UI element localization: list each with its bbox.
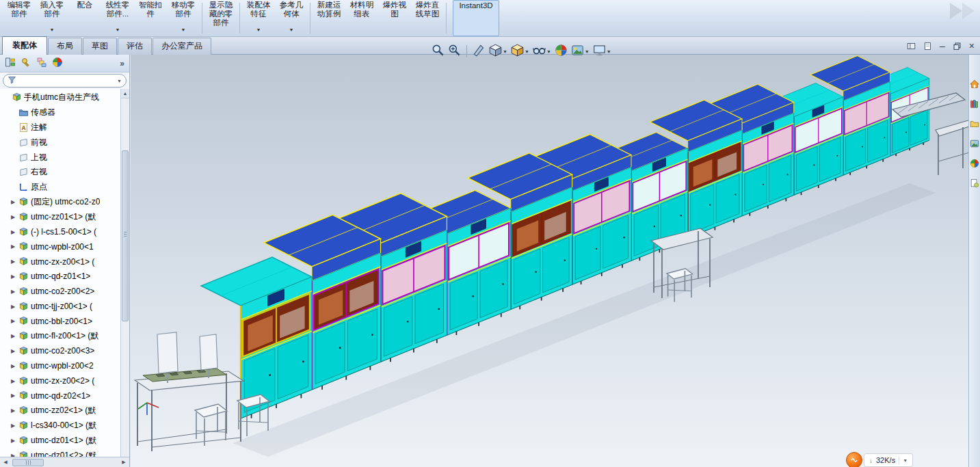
cmd-button[interactable]: 爆炸直线草图 [411, 0, 444, 36]
tree-item[interactable]: ▶ (-) l-cs1.5-00<1> ( [0, 224, 129, 239]
tree-item[interactable]: ▶ utmc-zx-z00<2> ( [0, 373, 129, 388]
hud-dropdown-icon[interactable]: ▼ [525, 49, 529, 54]
hud-section-view[interactable] [472, 42, 486, 61]
tree-item[interactable]: ▶ utmc-qd-z02<1> [0, 388, 129, 403]
hud-zoom-area[interactable] [447, 42, 462, 61]
scrollbar-thumb[interactable] [122, 150, 129, 321]
tree-item[interactable]: ▶ utmc-dz01<2> (默 [0, 448, 129, 457]
tree-item[interactable]: ▶ utmc-fl-z00<1> (默 [0, 329, 129, 344]
tree-expander-icon[interactable]: ▶ [10, 453, 16, 457]
cmd-button[interactable]: 移动零部件 ▼ [167, 0, 200, 36]
tree-item[interactable]: ▶ utmc-tjj-z00<1> ( [0, 299, 129, 314]
hud-hide-show-items[interactable]: ▼ [532, 42, 552, 61]
hud-dropdown-icon[interactable]: ▼ [503, 49, 507, 54]
tree-expander-icon[interactable]: ▶ [10, 438, 16, 444]
cmd-button[interactable]: 配合 [68, 0, 101, 36]
cmd-button[interactable]: 插入零部件 ▼ [36, 0, 68, 36]
cmd-button[interactable]: 显示隐藏的零部件 [204, 0, 237, 36]
tree-item[interactable]: ▶ utmc-co2-z00<3> [0, 344, 129, 359]
hud-dropdown-icon[interactable]: ▼ [607, 49, 611, 54]
tree-item[interactable]: ▶ 前视 [0, 135, 129, 150]
tree-expander-icon[interactable]: ▶ [10, 304, 16, 310]
tree-expander-icon[interactable]: ▶ [10, 378, 16, 384]
doc-tab[interactable]: 评估 [118, 38, 152, 55]
tree-expander-icon[interactable]: ▶ [10, 214, 16, 220]
tree-item[interactable]: ▶ 传感器 [0, 105, 129, 120]
scroll-up-icon[interactable]: ▲ [121, 89, 129, 98]
close-button[interactable]: × [969, 41, 975, 51]
panel-overflow-icon[interactable]: » [120, 59, 124, 68]
cmd-dropdown-icon[interactable]: ▼ [50, 25, 55, 36]
hud-view-orientation[interactable]: ▼ [488, 42, 508, 61]
propertymanager-tab-icon[interactable] [21, 57, 31, 70]
3d-assembly-view[interactable] [131, 55, 980, 467]
taskpane-design-library-icon[interactable] [970, 99, 979, 111]
hud-dropdown-icon[interactable]: ▼ [546, 49, 551, 54]
tree-item[interactable]: ▶ 原点 [0, 180, 129, 195]
cmd-button[interactable]: Instant3D [453, 0, 499, 36]
tree-item[interactable]: ▶ l-cs340-00<1> (默 [0, 418, 129, 433]
cmd-dropdown-icon[interactable]: ▼ [181, 25, 186, 36]
taskpane-file-explorer-icon[interactable] [970, 119, 979, 131]
cmd-dropdown-icon[interactable]: ▼ [116, 25, 120, 36]
tree-horizontal-scrollbar[interactable]: ◀ ▶ [0, 457, 129, 467]
doc-tab[interactable]: 装配体 [2, 36, 47, 55]
tree-expander-icon[interactable]: ▶ [10, 423, 16, 429]
cmd-dropdown-icon[interactable]: ▼ [289, 25, 294, 36]
tree-expander-icon[interactable]: ▶ [10, 392, 16, 399]
cmd-dropdown-icon[interactable]: ▼ [256, 25, 261, 36]
tree-item[interactable]: ▶ utmc-wpbl-z00<2 [0, 358, 129, 373]
tree-expander-icon[interactable]: ▶ [10, 258, 16, 265]
appearances-tab-icon[interactable] [52, 57, 63, 70]
hscrollbar-thumb[interactable] [12, 459, 44, 466]
tree-item[interactable]: ▶ 右视 [0, 165, 129, 180]
hud-apply-scene[interactable]: ▼ [570, 42, 590, 61]
tree-item[interactable]: ▶ 上视 [0, 150, 129, 165]
tree-filter-input[interactable]: ▼ [3, 74, 127, 88]
cmd-button[interactable]: 智能扣件 [134, 0, 167, 36]
hud-view-settings[interactable]: ▼ [592, 42, 612, 61]
tree-vertical-scrollbar[interactable]: ▲ [120, 89, 129, 457]
tree-expander-icon[interactable]: ▶ [10, 348, 16, 354]
filter-dropdown-icon[interactable]: ▼ [117, 79, 122, 83]
tree-expander-icon[interactable]: ▶ [10, 229, 16, 235]
cmd-button[interactable]: 编辑零部件 [3, 0, 36, 36]
tree-item[interactable]: ▶ utmc-qd-z01<1> [0, 269, 129, 284]
cmd-button[interactable]: 爆炸视图 [378, 0, 411, 36]
tree-expander-icon[interactable]: ▶ [10, 318, 16, 324]
doc-tab[interactable]: 办公室产品 [153, 38, 211, 55]
tree-item[interactable]: ▶ utmc-zz02<1> (默 [0, 403, 129, 418]
hud-edit-appearance[interactable] [554, 42, 568, 61]
hud-zoom-fit[interactable] [431, 42, 445, 61]
tree-expander-icon[interactable]: ▶ [10, 363, 16, 369]
taskpane-resources-icon[interactable] [970, 79, 979, 92]
graphics-area[interactable] [131, 55, 980, 467]
minimize-button[interactable]: – [940, 41, 945, 51]
sheet-button[interactable] [923, 42, 932, 51]
scroll-left-icon[interactable]: ◀ [0, 459, 11, 465]
tree-item[interactable]: ▶ utmc-dz01<1> (默 [0, 433, 129, 448]
taskpane-custom-properties-icon[interactable] [970, 178, 979, 191]
cmd-button[interactable]: 参考几何体 ▼ [275, 0, 308, 36]
taskpane-appearances-icon[interactable] [970, 159, 979, 171]
featuremanager-tab-icon[interactable] [5, 57, 16, 70]
cmd-button[interactable]: 材料明细表 [345, 0, 378, 36]
doc-tab[interactable]: 草图 [83, 38, 117, 55]
configurationmanager-tab-icon[interactable] [36, 57, 47, 70]
taskpane-view-palette-icon[interactable] [970, 139, 979, 151]
tree-item[interactable]: ▶ A 注解 [0, 120, 129, 135]
panes-button[interactable] [907, 42, 916, 51]
tree-expander-icon[interactable]: ▶ [10, 408, 16, 414]
cmd-button[interactable]: 装配体特征 ▼ [242, 0, 275, 36]
tree-expander-icon[interactable]: ▶ [10, 273, 16, 280]
tree-item[interactable]: ▶ utmc-co2-z00<2> [0, 284, 129, 299]
hud-display-style[interactable]: ▼ [510, 42, 530, 61]
downloader-ball-icon[interactable] [846, 452, 862, 467]
tree-item[interactable]: ▶ utmc-zz01<1> (默 [0, 209, 129, 224]
tree-item[interactable]: ▶ utmc-zx-z00<1> ( [0, 254, 129, 269]
tree-item[interactable]: ▶ utmc-wpbl-z00<1 [0, 239, 129, 254]
tree-item[interactable]: ▶ utmc-bbl-z00<1> [0, 314, 129, 329]
tree-expander-icon[interactable]: ▶ [10, 289, 16, 295]
restore-button[interactable] [953, 42, 962, 51]
download-speed-overlay[interactable]: ↓ 32K/s ▼ [846, 452, 913, 467]
